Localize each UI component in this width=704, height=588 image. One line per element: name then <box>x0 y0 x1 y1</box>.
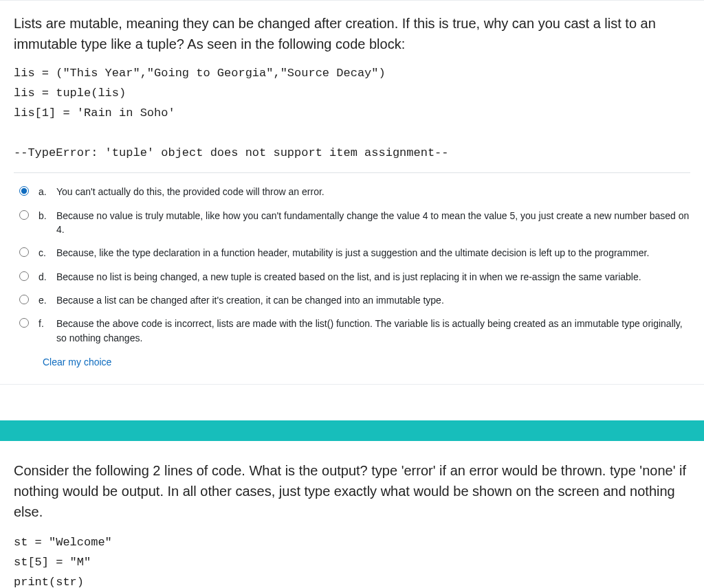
question-2: Consider the following 2 lines of code. … <box>0 441 704 588</box>
option-c[interactable]: c. Because, like the type declaration in… <box>19 241 690 264</box>
option-text: You can't actually do this, the provided… <box>56 185 690 199</box>
option-c-radio[interactable] <box>19 247 29 257</box>
option-letter: b. <box>38 209 52 223</box>
option-b[interactable]: b. Because no value is truly mutable, li… <box>19 204 690 242</box>
question-1-prompt: Lists are mutable, meaning they can be c… <box>14 13 690 54</box>
option-letter: d. <box>38 270 52 284</box>
divider <box>14 172 690 173</box>
question-1: Lists are mutable, meaning they can be c… <box>0 1 704 384</box>
clear-my-choice-link[interactable]: Clear my choice <box>14 350 111 374</box>
question-2-prompt: Consider the following 2 lines of code. … <box>14 460 690 522</box>
option-letter: f. <box>38 317 52 330</box>
option-letter: c. <box>38 246 52 260</box>
option-b-radio[interactable] <box>19 210 29 220</box>
option-text: Because no list is being changed, a new … <box>56 270 690 284</box>
option-text: Because the above code is incorrect, lis… <box>56 317 690 345</box>
option-letter: e. <box>38 293 52 307</box>
section-bar <box>0 420 704 441</box>
option-text: Because no value is truly mutable, like … <box>56 209 690 237</box>
option-a[interactable]: a. You can't actually do this, the provi… <box>19 180 690 203</box>
question-separator <box>0 384 704 385</box>
option-d-radio[interactable] <box>19 271 29 281</box>
option-list: a. You can't actually do this, the provi… <box>14 180 690 349</box>
option-a-radio[interactable] <box>19 186 29 196</box>
question-1-code: lis = ("This Year","Going to Georgia","S… <box>14 64 690 163</box>
option-f[interactable]: f. Because the above code is incorrect, … <box>19 312 690 350</box>
question-2-code: st = "Welcome" st[5] = "M" print(str) <box>14 533 690 588</box>
option-d[interactable]: d. Because no list is being changed, a n… <box>19 265 690 289</box>
option-text: Because a list can be changed after it's… <box>56 293 690 307</box>
option-letter: a. <box>38 185 52 199</box>
option-f-radio[interactable] <box>19 318 29 328</box>
option-e-radio[interactable] <box>19 295 29 304</box>
option-e[interactable]: e. Because a list can be changed after i… <box>19 289 690 312</box>
option-text: Because, like the type declaration in a … <box>56 246 690 260</box>
